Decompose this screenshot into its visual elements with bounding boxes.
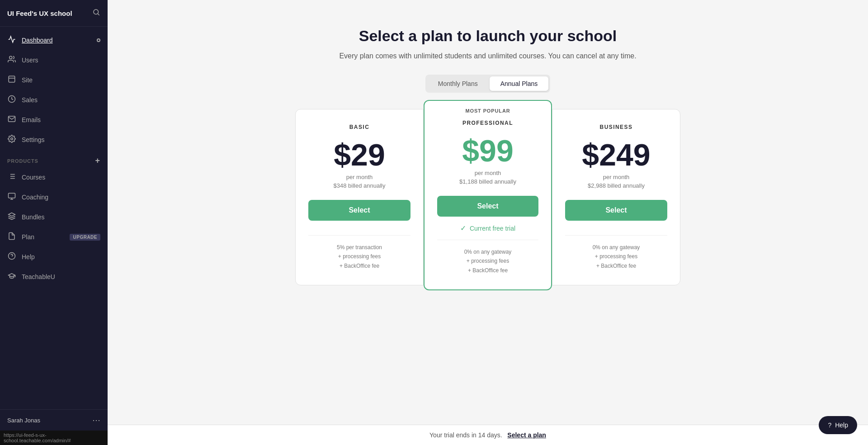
sidebar-item-teachableu[interactable]: TeachableU	[0, 267, 108, 287]
most-popular-badge: MOST POPULAR	[437, 108, 538, 114]
sidebar-item-label: Settings	[22, 136, 45, 143]
sidebar-item-settings[interactable]: Settings	[0, 130, 108, 150]
plans-grid: BASIC $29 per month $348 billed annually…	[295, 109, 680, 290]
svg-marker-16	[9, 213, 15, 217]
sidebar-item-label: Site	[22, 76, 33, 84]
courses-icon	[7, 172, 16, 182]
sidebar-item-label: Emails	[22, 116, 41, 123]
current-trial-badge: ✓ Current free trial	[437, 224, 538, 232]
pricing-subtitle: Every plan comes with unlimited students…	[295, 52, 680, 60]
sidebar-nav: Dashboard Users Site Sales Emails	[0, 27, 108, 409]
plan-billing-professional: per month	[437, 170, 538, 176]
emails-icon	[7, 115, 16, 125]
trial-bar: Your trial ends in 14 days. Select a pla…	[108, 425, 868, 445]
plan-card-basic: BASIC $29 per month $348 billed annually…	[295, 109, 424, 285]
nav-badge	[97, 38, 100, 42]
sidebar-header: UI Feed's UX school	[0, 0, 108, 27]
help-icon	[7, 252, 16, 262]
select-plan-link[interactable]: Select a plan	[507, 431, 546, 439]
billing-toggle: Monthly Plans Annual Plans	[295, 75, 680, 93]
search-icon[interactable]	[92, 8, 100, 18]
svg-rect-13	[9, 193, 15, 198]
plan-icon	[7, 232, 16, 242]
sidebar-item-label: Courses	[22, 174, 45, 181]
plan-fee-professional: 0% on any gateway + processing fees + Ba…	[437, 247, 538, 275]
sidebar-item-label: Sales	[22, 96, 38, 104]
plan-price-basic: $29	[308, 139, 410, 170]
url-bar: https://ui-feed-s-ux-school.teachable.co…	[0, 431, 108, 445]
plan-name-business: BUSINESS	[565, 124, 667, 130]
sidebar-item-label: Users	[22, 57, 38, 64]
tab-annual[interactable]: Annual Plans	[490, 76, 549, 91]
sidebar-item-label: Help	[22, 253, 35, 260]
plan-card-professional: MOST POPULAR PROFESSIONAL $99 per month …	[424, 100, 552, 290]
sidebar-item-site[interactable]: Site	[0, 70, 108, 90]
users-icon	[7, 55, 16, 65]
sidebar-item-sales[interactable]: Sales	[0, 90, 108, 110]
teachableu-icon	[7, 272, 16, 282]
products-section-label: PRODUCTS +	[0, 150, 108, 167]
plan-fee-basic: 5% per transaction + processing fees + B…	[308, 243, 410, 270]
site-icon	[7, 75, 16, 85]
sidebar-footer: Sarah Jonas ⋯	[0, 409, 108, 431]
select-button-professional[interactable]: Select	[437, 196, 538, 217]
svg-point-0	[94, 9, 99, 14]
tab-monthly[interactable]: Monthly Plans	[427, 76, 489, 91]
user-name: Sarah Jonas	[7, 417, 40, 424]
svg-point-2	[9, 56, 12, 59]
sidebar-item-label: TeachableU	[22, 273, 55, 280]
pricing-title: Select a plan to launch your school	[295, 27, 680, 45]
user-menu-icon[interactable]: ⋯	[92, 415, 100, 425]
plan-billing-basic: per month	[308, 174, 410, 180]
sidebar-item-emails[interactable]: Emails	[0, 110, 108, 130]
sidebar-item-label: Bundles	[22, 213, 45, 221]
chart-icon	[7, 35, 16, 45]
billing-tabs: Monthly Plans Annual Plans	[425, 75, 550, 93]
svg-line-1	[98, 14, 99, 15]
select-button-basic[interactable]: Select	[308, 200, 410, 221]
sidebar-item-users[interactable]: Users	[0, 50, 108, 70]
plan-name-basic: BASIC	[308, 124, 410, 130]
sales-icon	[7, 95, 16, 105]
plan-annual-business: $2,988 billed annually	[565, 182, 667, 189]
sidebar-item-dashboard[interactable]: Dashboard	[0, 30, 108, 50]
plan-fee-business: 0% on any gateway + processing fees + Ba…	[565, 243, 667, 270]
upgrade-badge: UPGRADE	[70, 234, 100, 241]
svg-point-6	[11, 138, 13, 140]
app-title: UI Feed's UX school	[7, 9, 72, 17]
settings-icon	[7, 135, 16, 145]
plan-price-business: $249	[565, 139, 667, 170]
sidebar-item-bundles[interactable]: Bundles	[0, 207, 108, 227]
plan-name-professional: PROFESSIONAL	[437, 120, 538, 126]
sidebar-item-label: Dashboard	[22, 37, 53, 44]
sidebar-item-help[interactable]: Help	[0, 247, 108, 267]
pricing-container: Select a plan to launch your school Ever…	[284, 0, 691, 327]
plan-billing-business: per month	[565, 174, 667, 180]
main-content: Select a plan to launch your school Ever…	[108, 0, 868, 445]
select-button-business[interactable]: Select	[565, 200, 667, 221]
check-icon: ✓	[460, 224, 466, 232]
plan-annual-professional: $1,188 billed annually	[437, 178, 538, 185]
coaching-icon	[7, 192, 16, 202]
svg-rect-3	[9, 76, 15, 82]
help-float-button[interactable]: ? Help	[819, 416, 857, 434]
sidebar-item-plan[interactable]: Plan UPGRADE	[0, 227, 108, 247]
sidebar-item-courses[interactable]: Courses	[0, 167, 108, 187]
plan-card-business: BUSINESS $249 per month $2,988 billed an…	[552, 109, 680, 285]
sidebar-item-coaching[interactable]: Coaching	[0, 187, 108, 207]
add-product-icon[interactable]: +	[95, 156, 100, 166]
bundles-icon	[7, 212, 16, 222]
sidebar: UI Feed's UX school Dashboard Users Site	[0, 0, 108, 445]
plan-price-professional: $99	[437, 135, 538, 166]
sidebar-item-label: Coaching	[22, 194, 48, 201]
sidebar-item-label: Plan	[22, 233, 34, 241]
help-circle-icon: ?	[828, 421, 831, 429]
plan-annual-basic: $348 billed annually	[308, 182, 410, 189]
